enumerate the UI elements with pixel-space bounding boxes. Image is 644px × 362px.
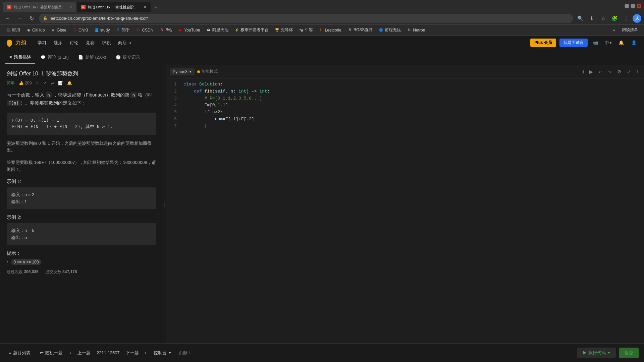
bookmark-leetcode-label: Leetcode	[325, 28, 341, 33]
tab-1[interactable]: ⚔ 剑指 Offer 10- I. 斐波那契数列... ✕	[3, 2, 76, 12]
menu-button[interactable]: ⋮	[621, 14, 631, 23]
bookmark-cnki[interactable]: C CNKI	[70, 27, 91, 34]
language-selector[interactable]: Python3 ▼	[170, 68, 195, 75]
bookmark-jishi[interactable]: ⚡ 极市开发者平台	[232, 26, 271, 34]
line-num-5: 5	[166, 109, 177, 116]
undo-button[interactable]: ↩	[597, 68, 604, 76]
example-2-section: 示例 2: 输入：n = 5 输出：5	[7, 215, 156, 245]
panel-gutter[interactable]	[163, 65, 166, 343]
like-button[interactable]: 👍 289	[19, 81, 32, 85]
contribute-button[interactable]: 页献 i	[179, 350, 190, 356]
notification-button[interactable]: 🔔	[616, 38, 626, 48]
bookmark-bilibili[interactable]: B B站	[157, 26, 175, 34]
forward-button[interactable]: →	[15, 14, 24, 23]
video-button[interactable]: 📹	[591, 38, 600, 48]
next-problem-button[interactable]: 下一题	[122, 348, 142, 358]
address-text: leetcode-cn.com/problems/fei-bo-na-qi-sh…	[50, 16, 148, 21]
example-2-title: 示例 2:	[7, 215, 156, 221]
search-button[interactable]: 🔍	[576, 14, 585, 23]
problem-list-button[interactable]: ≡ 题目列表	[5, 348, 34, 358]
bookmark-gitee-label: Gitee	[57, 28, 66, 33]
submit-button[interactable]: 提交	[619, 348, 639, 358]
run-code-button[interactable]: ▶ 执行代码 ▼	[577, 348, 616, 358]
tab-description[interactable]: ≡ 题目描述	[5, 52, 35, 64]
bookmark-csdn[interactable]: C CSDN	[133, 27, 156, 34]
profile-header-button[interactable]: 👤	[629, 38, 639, 48]
fullscreen-button[interactable]: ⤢	[626, 68, 632, 76]
bookmark-apps[interactable]: ⬛ 应用	[3, 26, 23, 34]
line-numbers-label: 1	[635, 68, 640, 75]
problem-meta: 简单 👍 289 ☆ ↗ ⇌ 📝 🔔	[7, 80, 156, 86]
editor-actions: ℹ ▶ ↩ ↪ ⚙ ⤢ 1	[581, 68, 640, 76]
tab-2[interactable]: ⚔ 剑指 Offer 10- II. 青蛙跳台阶问题... ✕	[77, 2, 151, 12]
prev-problem-button[interactable]: 上一题	[74, 348, 94, 358]
bookmark-yuedu[interactable]: 阅读清单	[619, 26, 641, 34]
new-tab-button[interactable]: +	[151, 3, 161, 12]
bookmark-zhihu[interactable]: Z 知乎	[113, 26, 132, 34]
tab-1-close[interactable]: ✕	[69, 5, 72, 9]
bookmark-leetcode[interactable]: L Leetcode	[316, 27, 344, 34]
bookmark-xiandaobei[interactable]: 🏆 先导杯	[272, 26, 296, 34]
tab-comments[interactable]: 💬 评论 (1.1k)	[37, 52, 73, 64]
translate-button[interactable]: ⇌	[51, 81, 54, 85]
minimize-button[interactable]: ─	[625, 4, 629, 8]
console-button[interactable]: 控制台 ▼	[150, 348, 175, 358]
nav-discuss[interactable]: 讨论	[66, 38, 82, 48]
desc-text-4: ）。斐波那契数列的定义如下：	[20, 100, 86, 106]
bookmark-alitianchi[interactable]: 🏔 阿里天池	[204, 26, 231, 34]
bookmark-github[interactable]: ◉ GitHub	[23, 27, 47, 34]
tab-solutions[interactable]: 📄 题解 (2.0k)	[74, 52, 110, 64]
nav-contest[interactable]: 竞赛	[83, 38, 98, 48]
info-button[interactable]: ℹ	[581, 68, 585, 76]
bookmark-yuedu-label: 阅读清单	[622, 27, 638, 33]
tab-2-close[interactable]: ✕	[144, 5, 147, 9]
page-separator: /	[107, 350, 109, 355]
close-button[interactable]: ✕	[637, 4, 641, 8]
bookmark-gitee[interactable]: ◈ Gitee	[48, 27, 69, 34]
bookmark-niuke[interactable]: 🐄 牛客	[296, 26, 316, 34]
random-problem-button[interactable]: ⇌ 随机一题	[37, 348, 66, 358]
back-button[interactable]: ←	[3, 14, 12, 23]
settings-button[interactable]: ⚙	[616, 68, 623, 76]
share-button[interactable]: ↗	[43, 81, 47, 85]
code-editor[interactable]: 1 2 3 4 5 6 7 class Solution: def fib(se…	[166, 78, 644, 343]
bookmarks-more[interactable]: »	[609, 25, 619, 35]
me-button[interactable]: 我是面试官	[559, 39, 588, 47]
code-content[interactable]: class Solution: def fib(self, n: int) ->…	[179, 78, 644, 343]
bookmark-alitianchi-label: 阿里天池	[212, 27, 228, 33]
bookmark-netron[interactable]: N Netron	[404, 27, 428, 34]
pass-count: 通过次数 306,036	[7, 269, 39, 275]
maximize-button[interactable]: □	[631, 4, 635, 8]
bookmark-study[interactable]: 📘 study	[92, 27, 113, 34]
nav-problems[interactable]: 题库	[50, 38, 66, 48]
bookmark-boss-label: BOSS直聘	[354, 27, 373, 33]
tab-submissions[interactable]: 🕐 提交记录	[112, 52, 144, 64]
nav-job[interactable]: 求职	[99, 38, 114, 48]
lc-logo[interactable]: 力扣	[5, 39, 26, 47]
plus-button[interactable]: Plus 会员	[530, 39, 556, 47]
run-icon-button[interactable]: ▶	[588, 68, 594, 76]
next-arrow[interactable]: ›	[145, 350, 146, 355]
address-bar[interactable]: 🔒 leetcode-cn.com/problems/fei-bo-na-qi-…	[39, 14, 573, 23]
random-icon: ⇌	[40, 350, 44, 355]
browser-chrome: ⚔ 剑指 Offer 10- I. 斐波那契数列... ✕ ⚔ 剑指 Offer…	[0, 0, 644, 36]
extension-button[interactable]: 🧩	[610, 14, 619, 23]
note-button[interactable]: 📝	[58, 81, 63, 85]
nav-learn[interactable]: 学习	[34, 38, 50, 48]
prev-arrow[interactable]: ‹	[70, 350, 71, 355]
refresh-button[interactable]: ↻	[27, 14, 36, 23]
lang-label: 中	[605, 40, 609, 46]
bookmark-problem-button[interactable]: ☆	[36, 81, 39, 85]
bookmark-51job[interactable]: 🔵 前程无忧	[376, 26, 404, 34]
smart-mode-toggle[interactable]: 智能模式	[197, 69, 218, 74]
bookmark-youtube[interactable]: ▶ YouTube	[175, 27, 203, 34]
redo-button[interactable]: ↪	[606, 68, 613, 76]
profile-button[interactable]: 人	[633, 14, 641, 23]
bookmark-boss[interactable]: B BOSS直聘	[345, 26, 375, 34]
lang-button[interactable]: 中 ▼	[604, 38, 613, 48]
bell-button[interactable]: 🔔	[67, 81, 72, 85]
nav-store[interactable]: 商店 ▼	[115, 38, 135, 48]
line-num-4: 4	[166, 102, 177, 109]
star-button[interactable]: ☆	[598, 14, 608, 23]
download-button[interactable]: ⬇	[587, 14, 596, 23]
